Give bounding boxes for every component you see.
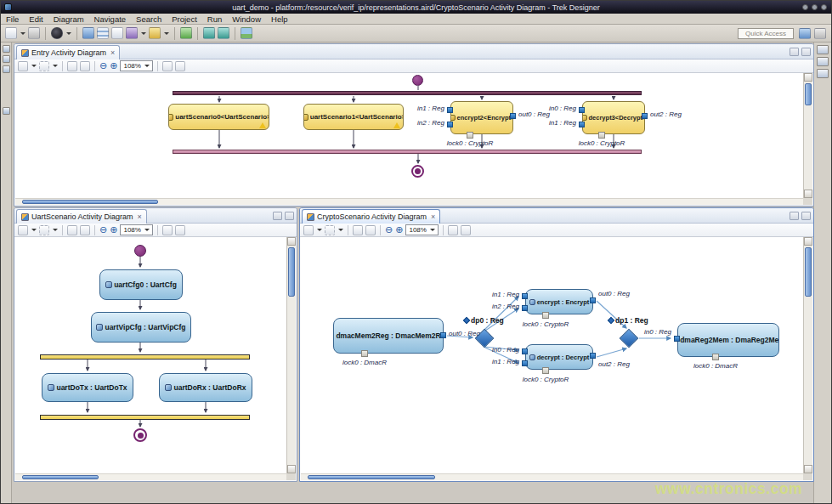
node-uartScenario1[interactable]: uartScenario1<UartScenario> — [303, 104, 404, 130]
scroll-up-arrow[interactable] — [287, 237, 296, 246]
grid-icon[interactable] — [175, 61, 185, 71]
undo-icon[interactable] — [203, 27, 215, 39]
new-dropdown-icon[interactable] — [20, 32, 25, 35]
new-diagram-icon[interactable] — [82, 27, 94, 39]
image-export-icon[interactable] — [448, 225, 458, 235]
scroll-down-arrow[interactable] — [804, 190, 812, 198]
export-diagram-icon[interactable] — [80, 61, 90, 71]
horizontal-scrollbar[interactable] — [15, 473, 286, 480]
bookmark-icon[interactable] — [241, 27, 252, 39]
layout-icon[interactable] — [67, 225, 77, 235]
node-encrypt[interactable]: encrypt : Encrypt — [525, 289, 593, 314]
minimized-view-icon-4[interactable] — [3, 107, 10, 115]
scrollbar-thumb[interactable] — [22, 475, 99, 479]
menu-run[interactable]: Run — [202, 14, 227, 25]
port-in2[interactable] — [522, 305, 528, 311]
scroll-down-arrow[interactable] — [804, 465, 812, 473]
scroll-up-arrow[interactable] — [804, 237, 812, 246]
menu-search[interactable]: Search — [131, 14, 167, 25]
port-out0[interactable] — [510, 113, 516, 119]
tab-uartscenario-activity-diagram[interactable]: UartScenario Activity Diagram × — [16, 209, 147, 224]
horizontal-scrollbar[interactable] — [15, 198, 803, 205]
restore-view-icon-3[interactable] — [817, 69, 829, 78]
node-decrypt3[interactable]: decrypt3<Decrypt> — [582, 101, 645, 134]
port-out0[interactable] — [440, 332, 446, 338]
close-tab-icon[interactable]: × — [110, 49, 115, 57]
maximize-pane-icon[interactable] — [801, 212, 811, 220]
menu-help[interactable]: Help — [266, 14, 293, 25]
palette-dropdown-icon[interactable] — [141, 32, 146, 35]
palette-icon[interactable] — [126, 27, 138, 39]
scroll-up-arrow[interactable] — [804, 73, 812, 82]
minimized-view-icon-2[interactable] — [3, 55, 10, 63]
port-out0[interactable] — [590, 297, 596, 303]
port-in2[interactable] — [447, 122, 453, 127]
join-bar[interactable] — [173, 150, 642, 154]
marquee-tool-dropdown-icon[interactable] — [338, 229, 343, 231]
select-tool-dropdown-icon[interactable] — [317, 229, 322, 231]
port-lock0[interactable] — [712, 354, 719, 360]
port-in0[interactable] — [522, 348, 528, 354]
port-lock0[interactable] — [361, 350, 368, 357]
layout-icon[interactable] — [353, 225, 363, 235]
run-dropdown-icon[interactable] — [66, 32, 71, 35]
zoom-out-icon[interactable]: ⊖ — [99, 61, 107, 71]
layout-icon[interactable] — [67, 61, 77, 71]
select-tool-icon[interactable] — [18, 225, 28, 235]
menu-diagram[interactable]: Diagram — [48, 14, 89, 25]
node-uartDoRx[interactable]: uartDoRx : UartDoRx — [159, 373, 252, 402]
select-tool-icon[interactable] — [303, 225, 314, 235]
port-in1[interactable] — [579, 122, 585, 127]
wand-dropdown-icon[interactable] — [164, 32, 169, 35]
zoom-in-icon[interactable]: ⊕ — [110, 225, 117, 235]
redo-icon[interactable] — [218, 27, 229, 39]
save-icon[interactable] — [28, 27, 40, 39]
new-icon[interactable] — [5, 27, 17, 39]
port-in1[interactable] — [522, 360, 528, 366]
scrollbar-thumb[interactable] — [805, 247, 812, 297]
node-uartDoTx[interactable]: uartDoTx : UartDoTx — [42, 373, 133, 402]
select-tool-dropdown-icon[interactable] — [31, 65, 37, 67]
initial-node[interactable] — [134, 245, 146, 257]
node-decrypt[interactable]: decrypt : Decrypt — [525, 344, 593, 370]
port-lock0[interactable] — [542, 312, 549, 319]
run-icon[interactable] — [51, 27, 63, 39]
close-button[interactable] — [821, 4, 827, 10]
uart-diagram-canvas[interactable]: uartCfg0 : UartCfg uartVipCfg : UartVipC… — [15, 237, 288, 475]
marquee-tool-dropdown-icon[interactable] — [53, 65, 58, 67]
fork-bar[interactable] — [173, 91, 642, 95]
entry-diagram-canvas[interactable]: uartScenario0<UartScenario> uartScenario… — [15, 73, 805, 200]
build-icon[interactable] — [180, 27, 192, 39]
port-in0[interactable] — [579, 107, 585, 113]
zoom-in-icon[interactable]: ⊕ — [395, 225, 403, 235]
fork-bar[interactable] — [40, 354, 250, 360]
port-lock0[interactable] — [598, 132, 605, 139]
perspective-icon[interactable] — [814, 28, 826, 39]
final-node[interactable] — [411, 165, 424, 178]
crypto-diagram-canvas[interactable]: dmacMem2Reg : DmacMem2Reg out0 : Reg loc… — [301, 237, 805, 475]
port-in1[interactable] — [447, 107, 453, 113]
scrollbar-thumb[interactable] — [805, 83, 812, 105]
menu-navigate[interactable]: Navigate — [89, 14, 132, 25]
scrollbar-thumb[interactable] — [308, 475, 435, 479]
scrollbar-thumb[interactable] — [22, 200, 158, 204]
zoom-level-select[interactable]: 108% — [405, 224, 438, 235]
node-dmacMem2Reg[interactable]: dmacMem2Reg : DmacMem2Reg — [333, 318, 444, 354]
close-tab-icon[interactable]: × — [138, 213, 142, 221]
grid-icon[interactable] — [461, 225, 471, 235]
node-dmaReg2Mem[interactable]: dmaReg2Mem : DmaReg2Mem — [677, 323, 779, 357]
minimize-pane-icon[interactable] — [790, 212, 799, 220]
zoom-out-icon[interactable]: ⊖ — [99, 225, 107, 235]
join-bar[interactable] — [40, 415, 250, 420]
final-node[interactable] — [133, 428, 147, 442]
port-in0[interactable] — [674, 336, 680, 342]
wand-icon[interactable] — [149, 27, 161, 39]
marquee-tool-icon[interactable] — [325, 225, 335, 235]
export-diagram-icon[interactable] — [365, 225, 376, 235]
close-tab-icon[interactable]: × — [431, 213, 435, 221]
vertical-scrollbar[interactable] — [803, 73, 812, 198]
zoom-in-icon[interactable]: ⊕ — [110, 61, 117, 71]
marquee-tool-icon[interactable] — [39, 225, 49, 235]
port-out2[interactable] — [642, 113, 648, 119]
restore-view-icon-2[interactable] — [817, 57, 829, 66]
